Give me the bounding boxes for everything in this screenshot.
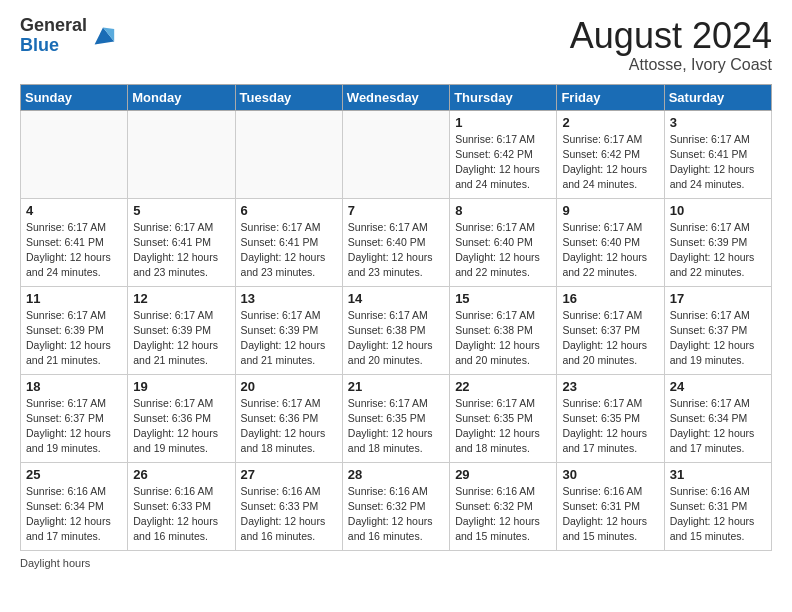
day-detail: Sunrise: 6:16 AM Sunset: 6:33 PM Dayligh… — [133, 484, 229, 545]
calendar-cell: 29Sunrise: 6:16 AM Sunset: 6:32 PM Dayli… — [450, 462, 557, 550]
calendar-cell: 23Sunrise: 6:17 AM Sunset: 6:35 PM Dayli… — [557, 374, 664, 462]
calendar-cell: 20Sunrise: 6:17 AM Sunset: 6:36 PM Dayli… — [235, 374, 342, 462]
title-block: August 2024 Attosse, Ivory Coast — [570, 16, 772, 74]
day-detail: Sunrise: 6:17 AM Sunset: 6:42 PM Dayligh… — [562, 132, 658, 193]
calendar-cell: 5Sunrise: 6:17 AM Sunset: 6:41 PM Daylig… — [128, 198, 235, 286]
day-detail: Sunrise: 6:17 AM Sunset: 6:36 PM Dayligh… — [133, 396, 229, 457]
day-detail: Sunrise: 6:17 AM Sunset: 6:37 PM Dayligh… — [670, 308, 766, 369]
calendar-header-monday: Monday — [128, 84, 235, 110]
day-number: 16 — [562, 291, 658, 306]
day-detail: Sunrise: 6:17 AM Sunset: 6:41 PM Dayligh… — [26, 220, 122, 281]
day-detail: Sunrise: 6:17 AM Sunset: 6:38 PM Dayligh… — [455, 308, 551, 369]
day-detail: Sunrise: 6:17 AM Sunset: 6:39 PM Dayligh… — [241, 308, 337, 369]
calendar-cell: 16Sunrise: 6:17 AM Sunset: 6:37 PM Dayli… — [557, 286, 664, 374]
calendar-week-5: 25Sunrise: 6:16 AM Sunset: 6:34 PM Dayli… — [21, 462, 772, 550]
day-number: 21 — [348, 379, 444, 394]
day-number: 4 — [26, 203, 122, 218]
calendar-cell: 24Sunrise: 6:17 AM Sunset: 6:34 PM Dayli… — [664, 374, 771, 462]
day-number: 15 — [455, 291, 551, 306]
calendar-cell: 18Sunrise: 6:17 AM Sunset: 6:37 PM Dayli… — [21, 374, 128, 462]
day-number: 12 — [133, 291, 229, 306]
calendar-cell: 27Sunrise: 6:16 AM Sunset: 6:33 PM Dayli… — [235, 462, 342, 550]
logo-icon — [89, 22, 117, 50]
day-number: 11 — [26, 291, 122, 306]
calendar-cell: 3Sunrise: 6:17 AM Sunset: 6:41 PM Daylig… — [664, 110, 771, 198]
day-number: 13 — [241, 291, 337, 306]
day-number: 7 — [348, 203, 444, 218]
day-number: 20 — [241, 379, 337, 394]
calendar-cell: 12Sunrise: 6:17 AM Sunset: 6:39 PM Dayli… — [128, 286, 235, 374]
day-number: 8 — [455, 203, 551, 218]
day-number: 24 — [670, 379, 766, 394]
day-detail: Sunrise: 6:17 AM Sunset: 6:41 PM Dayligh… — [133, 220, 229, 281]
logo-general-text: General — [20, 15, 87, 35]
footer-note: Daylight hours — [20, 557, 772, 569]
calendar-cell: 9Sunrise: 6:17 AM Sunset: 6:40 PM Daylig… — [557, 198, 664, 286]
calendar-cell: 28Sunrise: 6:16 AM Sunset: 6:32 PM Dayli… — [342, 462, 449, 550]
calendar-header-friday: Friday — [557, 84, 664, 110]
day-detail: Sunrise: 6:17 AM Sunset: 6:35 PM Dayligh… — [562, 396, 658, 457]
day-number: 1 — [455, 115, 551, 130]
day-number: 31 — [670, 467, 766, 482]
day-number: 6 — [241, 203, 337, 218]
calendar-week-3: 11Sunrise: 6:17 AM Sunset: 6:39 PM Dayli… — [21, 286, 772, 374]
calendar-cell: 10Sunrise: 6:17 AM Sunset: 6:39 PM Dayli… — [664, 198, 771, 286]
calendar-cell: 6Sunrise: 6:17 AM Sunset: 6:41 PM Daylig… — [235, 198, 342, 286]
day-detail: Sunrise: 6:17 AM Sunset: 6:37 PM Dayligh… — [562, 308, 658, 369]
calendar-cell: 1Sunrise: 6:17 AM Sunset: 6:42 PM Daylig… — [450, 110, 557, 198]
logo-blue-text: Blue — [20, 35, 59, 55]
calendar-cell: 26Sunrise: 6:16 AM Sunset: 6:33 PM Dayli… — [128, 462, 235, 550]
day-detail: Sunrise: 6:17 AM Sunset: 6:35 PM Dayligh… — [348, 396, 444, 457]
day-number: 5 — [133, 203, 229, 218]
location-subtitle: Attosse, Ivory Coast — [570, 56, 772, 74]
day-detail: Sunrise: 6:17 AM Sunset: 6:41 PM Dayligh… — [241, 220, 337, 281]
calendar-cell: 14Sunrise: 6:17 AM Sunset: 6:38 PM Dayli… — [342, 286, 449, 374]
day-number: 22 — [455, 379, 551, 394]
day-detail: Sunrise: 6:17 AM Sunset: 6:40 PM Dayligh… — [455, 220, 551, 281]
calendar-cell: 15Sunrise: 6:17 AM Sunset: 6:38 PM Dayli… — [450, 286, 557, 374]
day-number: 23 — [562, 379, 658, 394]
day-number: 14 — [348, 291, 444, 306]
day-detail: Sunrise: 6:17 AM Sunset: 6:38 PM Dayligh… — [348, 308, 444, 369]
day-number: 27 — [241, 467, 337, 482]
day-number: 30 — [562, 467, 658, 482]
day-detail: Sunrise: 6:16 AM Sunset: 6:34 PM Dayligh… — [26, 484, 122, 545]
logo: General Blue — [20, 16, 117, 56]
day-detail: Sunrise: 6:16 AM Sunset: 6:33 PM Dayligh… — [241, 484, 337, 545]
calendar-table: SundayMondayTuesdayWednesdayThursdayFrid… — [20, 84, 772, 551]
calendar-header-wednesday: Wednesday — [342, 84, 449, 110]
calendar-cell — [235, 110, 342, 198]
day-detail: Sunrise: 6:17 AM Sunset: 6:39 PM Dayligh… — [133, 308, 229, 369]
calendar-cell: 7Sunrise: 6:17 AM Sunset: 6:40 PM Daylig… — [342, 198, 449, 286]
day-detail: Sunrise: 6:17 AM Sunset: 6:35 PM Dayligh… — [455, 396, 551, 457]
day-detail: Sunrise: 6:16 AM Sunset: 6:32 PM Dayligh… — [348, 484, 444, 545]
day-number: 25 — [26, 467, 122, 482]
calendar-cell: 25Sunrise: 6:16 AM Sunset: 6:34 PM Dayli… — [21, 462, 128, 550]
calendar-header-thursday: Thursday — [450, 84, 557, 110]
calendar-cell: 4Sunrise: 6:17 AM Sunset: 6:41 PM Daylig… — [21, 198, 128, 286]
month-year-title: August 2024 — [570, 16, 772, 56]
calendar-cell: 30Sunrise: 6:16 AM Sunset: 6:31 PM Dayli… — [557, 462, 664, 550]
calendar-cell: 2Sunrise: 6:17 AM Sunset: 6:42 PM Daylig… — [557, 110, 664, 198]
day-number: 18 — [26, 379, 122, 394]
calendar-cell: 31Sunrise: 6:16 AM Sunset: 6:31 PM Dayli… — [664, 462, 771, 550]
day-detail: Sunrise: 6:16 AM Sunset: 6:31 PM Dayligh… — [670, 484, 766, 545]
day-number: 9 — [562, 203, 658, 218]
calendar-header-sunday: Sunday — [21, 84, 128, 110]
day-number: 3 — [670, 115, 766, 130]
day-detail: Sunrise: 6:17 AM Sunset: 6:39 PM Dayligh… — [670, 220, 766, 281]
day-number: 10 — [670, 203, 766, 218]
day-detail: Sunrise: 6:17 AM Sunset: 6:40 PM Dayligh… — [562, 220, 658, 281]
day-number: 28 — [348, 467, 444, 482]
day-number: 19 — [133, 379, 229, 394]
calendar-cell: 19Sunrise: 6:17 AM Sunset: 6:36 PM Dayli… — [128, 374, 235, 462]
day-detail: Sunrise: 6:17 AM Sunset: 6:37 PM Dayligh… — [26, 396, 122, 457]
header: General Blue August 2024 Attosse, Ivory … — [20, 16, 772, 74]
day-detail: Sunrise: 6:16 AM Sunset: 6:32 PM Dayligh… — [455, 484, 551, 545]
day-number: 2 — [562, 115, 658, 130]
calendar-week-4: 18Sunrise: 6:17 AM Sunset: 6:37 PM Dayli… — [21, 374, 772, 462]
day-number: 17 — [670, 291, 766, 306]
calendar-header-saturday: Saturday — [664, 84, 771, 110]
calendar-header-row: SundayMondayTuesdayWednesdayThursdayFrid… — [21, 84, 772, 110]
calendar-cell: 11Sunrise: 6:17 AM Sunset: 6:39 PM Dayli… — [21, 286, 128, 374]
